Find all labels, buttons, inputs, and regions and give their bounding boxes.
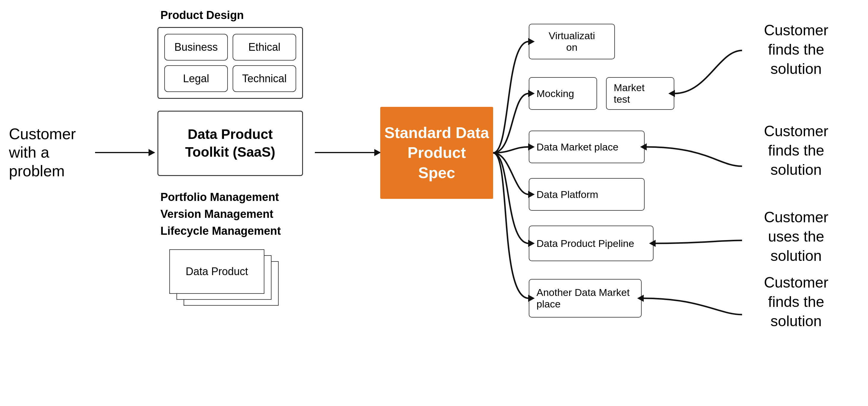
product-design-title: Product Design (157, 9, 306, 22)
left-column: Product Design Business Ethical Legal Te… (157, 9, 306, 309)
box-data-platform: Data Platform (529, 178, 645, 211)
diagram: Customerwith aproblem Product Design Bus… (0, 0, 868, 406)
box-mocking: Mocking (529, 77, 597, 110)
outcome-2: Customerfinds thesolution (743, 122, 849, 179)
outcome-4: Customerfinds thesolution (743, 273, 849, 331)
data-product-stack: Data Product (169, 249, 276, 309)
design-cell-legal: Legal (164, 65, 228, 92)
spec-box: Standard DataProductSpec (380, 107, 493, 199)
design-cell-ethical: Ethical (232, 34, 296, 61)
design-cell-technical: Technical (232, 65, 296, 92)
customer-label: Customerwith aproblem (9, 125, 92, 180)
box-another-market: Another Data Marketplace (529, 279, 642, 317)
lifecycle-mgmt: Lifecycle Management (160, 225, 306, 237)
version-mgmt: Version Management (160, 208, 306, 221)
arrows-svg (0, 0, 868, 406)
outcome-3: Customeruses thesolution (743, 208, 849, 266)
outcome-1: Customerfinds thesolution (743, 21, 849, 79)
portfolio-mgmt: Portfolio Management (160, 191, 306, 204)
toolkit-box: Data ProductToolkit (SaaS) (157, 111, 303, 176)
design-cell-business: Business (164, 34, 228, 61)
box-data-market: Data Market place (529, 131, 645, 163)
box-market-test: Markettest (606, 77, 674, 110)
dp-box-front: Data Product (169, 249, 265, 294)
arrow-customer-toolkit (95, 152, 154, 153)
mgmt-labels: Portfolio Management Version Management … (157, 191, 306, 237)
box-data-pipeline: Data Product Pipeline (529, 226, 653, 261)
arrow-toolkit-to-spec (315, 152, 380, 153)
design-box: Business Ethical Legal Technical (157, 27, 303, 99)
toolkit-label: Data ProductToolkit (SaaS) (185, 126, 275, 161)
box-virtualization: Virtualization (529, 24, 615, 59)
spec-label: Standard DataProductSpec (384, 123, 489, 183)
